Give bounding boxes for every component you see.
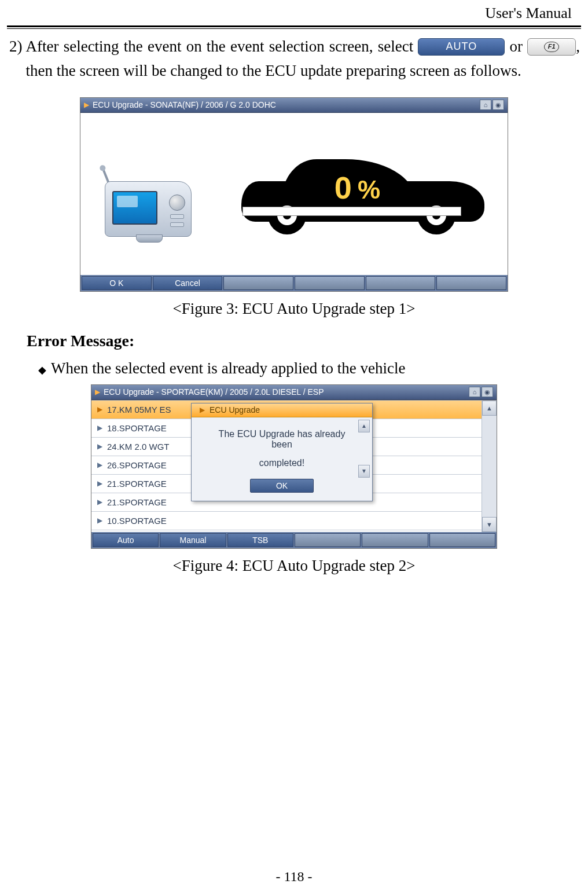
scroll-up-icon[interactable]: ▲ xyxy=(358,420,370,432)
ecu-upgrade-dialog: ▶ ECU Upgrade The ECU Upgrade has alread… xyxy=(191,403,373,501)
dialog-scrollbar[interactable]: ▲ ▼ xyxy=(358,420,370,478)
f1-button-inline[interactable]: F1 xyxy=(527,38,576,56)
camera-icon[interactable]: ◉ xyxy=(482,387,493,397)
list-item-label: 10.SPORTAGE xyxy=(107,516,167,526)
fig3-body: 0 % xyxy=(80,113,508,275)
list-item[interactable]: ▶10.SPORTAGE xyxy=(91,512,482,530)
figure-4-caption: <Figure 4: ECU Auto Upgrade step 2> xyxy=(7,557,581,575)
home-icon[interactable]: ⌂ xyxy=(469,387,480,397)
progress-bar xyxy=(242,207,461,216)
dialog-text-line: completed! xyxy=(259,458,304,468)
step-content: After selecting the event on the event s… xyxy=(26,35,580,83)
progress-percent: 0 % xyxy=(335,170,380,206)
home-icon[interactable]: ⌂ xyxy=(480,100,491,110)
figure-3-caption: <Figure 3: ECU Auto Upgrade step 1> xyxy=(7,300,581,318)
dialog-text-line: been xyxy=(271,439,292,450)
dialog-ok-button[interactable]: OK xyxy=(250,479,314,493)
list-item-label: 18.SPORTAGE xyxy=(107,423,167,433)
figure-4-screenshot: ▶ ECU Upgrade - SPORTAGE(KM) / 2005 / 2.… xyxy=(91,384,497,549)
step-2-block: 2) After selecting the event on the even… xyxy=(7,35,581,83)
scroll-track[interactable] xyxy=(482,416,497,517)
outer-scrollbar[interactable]: ▲ ▼ xyxy=(482,401,497,532)
list-item-label: 26.SPORTAGE xyxy=(107,460,167,470)
scroll-up-icon[interactable]: ▲ xyxy=(482,401,497,416)
fig4-list-panel: ▶17.KM 05MY ES ▶18.SPORTAGE ▶24.KM 2.0 W… xyxy=(91,400,497,532)
empty-button-3 xyxy=(429,533,495,547)
fig3-title-text: ECU Upgrade - SONATA(NF) / 2006 / G 2.0 … xyxy=(93,100,276,109)
camera-icon[interactable]: ◉ xyxy=(493,100,504,110)
fig3-titlebar: ▶ ECU Upgrade - SONATA(NF) / 2006 / G 2.… xyxy=(80,98,508,113)
figure-3-screenshot: ▶ ECU Upgrade - SONATA(NF) / 2006 / G 2.… xyxy=(80,97,508,292)
fig4-titlebar: ▶ ECU Upgrade - SPORTAGE(KM) / 2005 / 2.… xyxy=(91,385,497,400)
cancel-button[interactable]: Cancel xyxy=(153,276,223,290)
dialog-title-text: ECU Upgrade xyxy=(210,405,260,415)
fig3-button-row: O K Cancel xyxy=(80,275,508,291)
empty-button-3 xyxy=(366,276,436,290)
scanner-device-icon xyxy=(105,167,203,241)
dialog-titlebar: ▶ ECU Upgrade xyxy=(192,404,372,417)
tsb-tab-button[interactable]: TSB xyxy=(227,533,293,547)
dialog-body: The ECU Upgrade has already been complet… xyxy=(192,417,372,501)
step-or: or xyxy=(510,38,528,55)
scroll-down-icon[interactable]: ▼ xyxy=(358,465,370,478)
step-number: 2) xyxy=(8,35,23,83)
empty-button-1 xyxy=(223,276,293,290)
step-text-1: After selecting the event on the event s… xyxy=(26,38,414,55)
list-item-label: 21.SPORTAGE xyxy=(107,479,167,489)
dialog-text-line: The ECU Upgrade has already xyxy=(219,429,346,439)
empty-button-1 xyxy=(295,533,361,547)
percent-sign: % xyxy=(358,175,380,204)
empty-button-2 xyxy=(295,276,365,290)
bullet-icon: ◆ xyxy=(38,364,46,382)
page-header: User's Manual xyxy=(7,0,581,24)
empty-button-4 xyxy=(436,276,506,290)
error-bullet-line: ◆ When the selected event is already app… xyxy=(38,360,581,377)
ok-button[interactable]: O K xyxy=(82,276,152,290)
title-arrow-icon: ▶ xyxy=(95,388,100,396)
fig4-title-text: ECU Upgrade - SPORTAGE(KM) / 2005 / 2.0L… xyxy=(104,387,324,397)
f1-key-icon: F1 xyxy=(544,42,559,52)
list-item-label: 17.KM 05MY ES xyxy=(107,405,171,415)
empty-button-2 xyxy=(362,533,428,547)
scroll-down-icon[interactable]: ▼ xyxy=(482,517,497,532)
error-bullet-text: When the selected event is already appli… xyxy=(51,360,405,377)
auto-button-inline[interactable]: AUTO xyxy=(418,38,505,56)
header-rule xyxy=(7,25,581,29)
fig4-button-row: Auto Manual TSB xyxy=(91,532,497,548)
auto-tab-button[interactable]: Auto xyxy=(93,533,159,547)
list-item-label: 24.KM 2.0 WGT xyxy=(107,442,170,452)
page-number: - 118 - xyxy=(0,869,588,885)
list-item-label: 21.SPORTAGE xyxy=(107,497,167,507)
error-message-heading: Error Message: xyxy=(27,332,581,350)
title-arrow-icon: ▶ xyxy=(84,101,89,109)
manual-tab-button[interactable]: Manual xyxy=(160,533,226,547)
percent-value: 0 xyxy=(335,170,352,206)
